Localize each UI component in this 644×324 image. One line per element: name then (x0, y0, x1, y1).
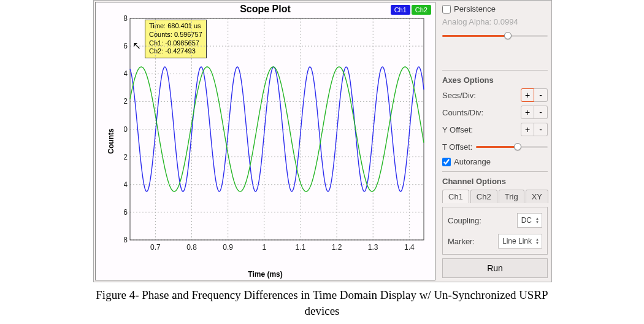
y-axis-label: Counts (107, 128, 115, 153)
coupling-combo[interactable]: DC ▲▼ (517, 213, 542, 228)
svg-text:0.6: 0.6 (124, 42, 128, 50)
secs-div-minus[interactable]: - (534, 88, 548, 102)
counts-div-label: Counts/Div: (442, 108, 483, 117)
svg-text:-0.2: -0.2 (124, 153, 128, 161)
marker-value: Line Link (502, 237, 532, 245)
svg-text:-0.4: -0.4 (124, 180, 128, 189)
svg-text:1: 1 (262, 243, 266, 252)
svg-text:-0.8: -0.8 (124, 236, 128, 244)
analog-alpha-slider[interactable] (442, 30, 548, 65)
svg-text:1.2: 1.2 (332, 243, 342, 252)
svg-text:-0.6: -0.6 (124, 208, 128, 217)
legend: Ch1 Ch2 (391, 5, 431, 15)
y-offset-stepper[interactable]: + - (521, 123, 548, 136)
secs-div-label: Secs/Div: (442, 91, 476, 100)
legend-ch2[interactable]: Ch2 (412, 5, 431, 15)
plot-column: Scope Plot Ch1 Ch2 Time: 680.401 us Coun… (94, 1, 437, 282)
svg-text:0.8: 0.8 (124, 15, 128, 23)
chart-area[interactable]: 0.70.80.911.11.21.31.4-0.8-0.6-0.4-0.200… (124, 15, 427, 257)
y-offset-label: Y Offset: (442, 125, 473, 134)
marker-label: Marker: (448, 237, 475, 246)
x-axis-label: Time (ms) (96, 270, 435, 279)
y-offset-minus[interactable]: - (534, 123, 548, 136)
channel-tab-body: Coupling: DC ▲▼ Marker: Line Link ▲▼ (442, 207, 548, 255)
svg-text:0.8: 0.8 (186, 243, 197, 252)
t-offset-slider[interactable] (476, 141, 548, 152)
counts-div-minus[interactable]: - (534, 106, 548, 119)
tab-ch2[interactable]: Ch2 (470, 190, 497, 203)
updown-icon: ▲▼ (535, 217, 539, 224)
persistence-checkbox[interactable]: Persistence (442, 4, 548, 14)
svg-text:0: 0 (124, 125, 128, 134)
run-button[interactable]: Run (442, 258, 548, 278)
svg-text:0.2: 0.2 (124, 97, 128, 106)
updown-icon: ▲▼ (535, 237, 539, 245)
channel-options-heading: Channel Options (442, 177, 548, 186)
channel-tabs: Ch1 Ch2 Trig XY (442, 190, 548, 203)
svg-text:1.3: 1.3 (368, 243, 378, 252)
scope-figure: Scope Plot Ch1 Ch2 Time: 680.401 us Coun… (93, 0, 552, 282)
axes-options-heading: Axes Options (442, 75, 548, 85)
figure-caption: Figure 4- Phase and Frequency Difference… (0, 287, 644, 318)
tab-ch1[interactable]: Ch1 (442, 190, 469, 203)
svg-text:0.9: 0.9 (223, 243, 233, 252)
caption-line2: devices (305, 304, 340, 317)
sidebar: Persistence Analog Alpha: 0.0994 Axes Op… (437, 1, 553, 282)
coupling-value: DC (521, 216, 532, 225)
counts-div-stepper[interactable]: + - (521, 106, 548, 119)
svg-text:1.4: 1.4 (404, 243, 415, 252)
plot-title: Scope Plot (96, 4, 435, 15)
scope-plot[interactable]: Scope Plot Ch1 Ch2 Time: 680.401 us Coun… (95, 2, 435, 280)
persistence-label: Persistence (454, 4, 496, 14)
marker-combo[interactable]: Line Link ▲▼ (498, 234, 542, 249)
svg-text:0.7: 0.7 (150, 243, 161, 252)
legend-ch1[interactable]: Ch1 (391, 5, 410, 15)
y-offset-plus[interactable]: + (521, 123, 534, 136)
t-offset-label: T Offset: (442, 142, 472, 152)
counts-div-plus[interactable]: + (521, 106, 534, 119)
tab-trig[interactable]: Trig (499, 190, 524, 203)
autorange-label: Autorange (454, 157, 491, 166)
svg-text:0.4: 0.4 (124, 69, 128, 78)
secs-div-plus[interactable]: + (521, 88, 534, 102)
secs-div-stepper[interactable]: + - (521, 88, 548, 102)
svg-text:1.1: 1.1 (296, 243, 306, 252)
coupling-label: Coupling: (448, 216, 481, 225)
caption-line1: Figure 4- Phase and Frequency Difference… (96, 288, 548, 301)
tab-xy[interactable]: XY (526, 190, 548, 203)
analog-alpha-label: Analog Alpha: 0.0994 (442, 17, 548, 26)
autorange-checkbox[interactable]: Autorange (442, 157, 548, 166)
